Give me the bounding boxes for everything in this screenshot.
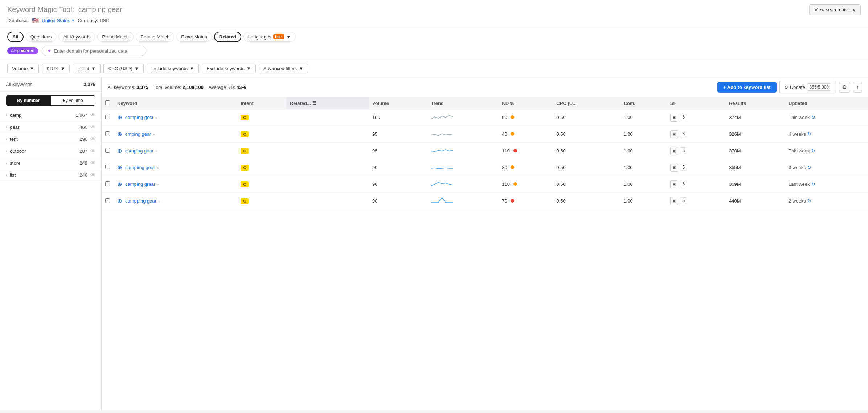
tab-exact-match[interactable]: Exact Match (176, 32, 212, 42)
keyword-cell-3: ⊕ campimg gear » (114, 159, 237, 176)
eye-icon-store[interactable]: 👁 (90, 160, 95, 166)
intent-badge-5: C (241, 198, 249, 204)
related-cell-1 (286, 126, 369, 143)
eye-icon-outdoor[interactable]: 👁 (90, 148, 95, 154)
keyword-link-5[interactable]: campping gear (125, 198, 156, 204)
refresh-icon-2[interactable]: ↻ (811, 148, 815, 154)
tab-phrase-match[interactable]: Phrase Match (136, 32, 174, 42)
add-keyword-icon-4[interactable]: ⊕ (117, 181, 122, 188)
settings-button[interactable]: ⚙ (839, 82, 850, 93)
tab-broad-match[interactable]: Broad Match (97, 32, 134, 42)
total-volume-count: 2,109,100 (183, 85, 204, 90)
keyword-cell-1: ⊕ cmping gear » (114, 126, 237, 143)
domain-input-wrapper[interactable]: ✦ (42, 46, 146, 56)
row-checkbox-cell (102, 159, 114, 176)
tabs-row: All Questions All Keywords Broad Match P… (7, 32, 861, 42)
add-to-keyword-list-button[interactable]: + Add to keyword list (717, 82, 777, 93)
tab-all-keywords[interactable]: All Keywords (58, 32, 95, 42)
intent-cell-2: C (237, 143, 286, 159)
volume-cell-5: 90 (369, 193, 427, 209)
row-checkbox-2[interactable] (105, 148, 110, 153)
sidebar-item-camp[interactable]: › camp 1,867 👁 (0, 109, 101, 121)
domain-input[interactable] (54, 48, 141, 54)
exclude-keywords-filter[interactable]: Exclude keywords ▼ (202, 64, 256, 73)
refresh-icon-0[interactable]: ↻ (811, 115, 815, 120)
keyword-link-3[interactable]: campimg gear (125, 165, 155, 170)
view-history-button[interactable]: View search history (809, 4, 861, 15)
eye-icon-gear[interactable]: 👁 (90, 124, 95, 130)
avg-kd-value: 43% (237, 85, 246, 90)
add-keyword-icon-5[interactable]: ⊕ (117, 197, 122, 204)
sf-box-3: ▣ (670, 164, 678, 172)
table-toolbar: All keywords: 3,375 Total volume: 2,109,… (102, 77, 868, 97)
kd-dot-1 (511, 132, 514, 136)
row-checkbox-3[interactable] (105, 165, 110, 169)
advanced-filters[interactable]: Advanced filters ▼ (259, 64, 308, 73)
select-all-checkbox[interactable] (105, 100, 110, 105)
kd-dot-4 (513, 182, 517, 186)
tab-questions[interactable]: Questions (26, 32, 57, 42)
row-checkbox-5[interactable] (105, 198, 110, 203)
refresh-icon-3[interactable]: ↻ (807, 165, 811, 170)
add-keyword-icon-0[interactable]: ⊕ (117, 114, 122, 121)
related-cell-3 (286, 159, 369, 176)
tab-related[interactable]: Related (214, 32, 241, 42)
volume-filter[interactable]: Volume ▼ (7, 64, 39, 73)
eye-icon-tent[interactable]: 👁 (90, 136, 95, 142)
row-checkbox-0[interactable] (105, 115, 110, 119)
intent-chevron-icon: ▼ (91, 66, 96, 71)
th-keyword: Keyword (114, 97, 237, 109)
sidebar-chevron-icon: › (6, 113, 7, 117)
sidebar: All keywords 3,375 By number By volume ›… (0, 77, 102, 410)
intent-badge-4: C (241, 181, 249, 187)
row-checkbox-4[interactable] (105, 181, 110, 186)
sf-cell-5: ▣ 5 (667, 193, 725, 209)
kd-filter[interactable]: KD % ▼ (42, 64, 70, 73)
updated-cell-1: 4 weeks ↻ (785, 126, 868, 143)
tab-all[interactable]: All (7, 32, 24, 42)
related-filter-icon[interactable]: ☰ (312, 101, 316, 106)
sidebar-label-gear: gear (10, 124, 79, 130)
keyword-link-0[interactable]: camping gesr (125, 115, 153, 120)
row-checkbox-1[interactable] (105, 131, 110, 136)
sidebar-item-list[interactable]: › list 246 👁 (0, 169, 101, 181)
intent-cell-0: C (237, 109, 286, 126)
cpc-cell-1: 0.50 (553, 126, 620, 143)
sidebar-item-outdoor[interactable]: › outdoor 287 👁 (0, 145, 101, 157)
sidebar-item-gear[interactable]: › gear 460 👁 (0, 121, 101, 133)
sparkle-icon: ✦ (47, 48, 52, 54)
sidebar-item-tent[interactable]: › tent 296 👁 (0, 133, 101, 145)
sf-cell-4: ▣ 6 (667, 176, 725, 193)
volume-chevron-icon: ▼ (29, 66, 34, 71)
sf-box-5: ▣ (670, 197, 678, 205)
keyword-link-2[interactable]: csmping gear (125, 148, 153, 154)
add-keyword-icon-1[interactable]: ⊕ (117, 131, 122, 138)
keyword-link-1[interactable]: cmping gear (125, 131, 151, 137)
sidebar-item-store[interactable]: › store 249 👁 (0, 157, 101, 169)
refresh-icon-5[interactable]: ↻ (807, 198, 811, 204)
intent-filter[interactable]: Intent ▼ (73, 64, 100, 73)
updated-text-1: 4 weeks (789, 131, 806, 137)
country-dropdown[interactable]: United States ▼ (42, 18, 75, 23)
toggle-by-volume[interactable]: By volume (51, 96, 95, 105)
add-keyword-icon-2[interactable]: ⊕ (117, 147, 122, 154)
export-button[interactable]: ↑ (853, 82, 862, 93)
volume-cell-3: 90 (369, 159, 427, 176)
keyword-link-4[interactable]: camping grear (125, 181, 155, 187)
refresh-icon-4[interactable]: ↻ (811, 181, 815, 187)
sf-box-4: ▣ (670, 180, 678, 188)
total-volume-label: Total volume: (153, 85, 181, 90)
languages-dropdown[interactable]: Languages beta ▼ (243, 32, 296, 42)
sidebar-chevron-icon-store: › (6, 161, 7, 165)
sf-cell-2: ▣ 6 (667, 143, 725, 159)
eye-icon-list[interactable]: 👁 (90, 172, 95, 178)
refresh-icon-1[interactable]: ↻ (807, 131, 811, 137)
include-keywords-filter[interactable]: Include keywords ▼ (147, 64, 199, 73)
keyword-cell-2: ⊕ csmping gear » (114, 143, 237, 159)
update-button[interactable]: ↻ Update 355/5,000 (779, 81, 836, 93)
toggle-by-number[interactable]: By number (6, 96, 51, 105)
updated-text-2: This week (789, 148, 810, 154)
cpc-filter[interactable]: CPC (USD) ▼ (103, 64, 144, 73)
eye-icon-camp[interactable]: 👁 (90, 112, 95, 118)
add-keyword-icon-3[interactable]: ⊕ (117, 164, 122, 171)
